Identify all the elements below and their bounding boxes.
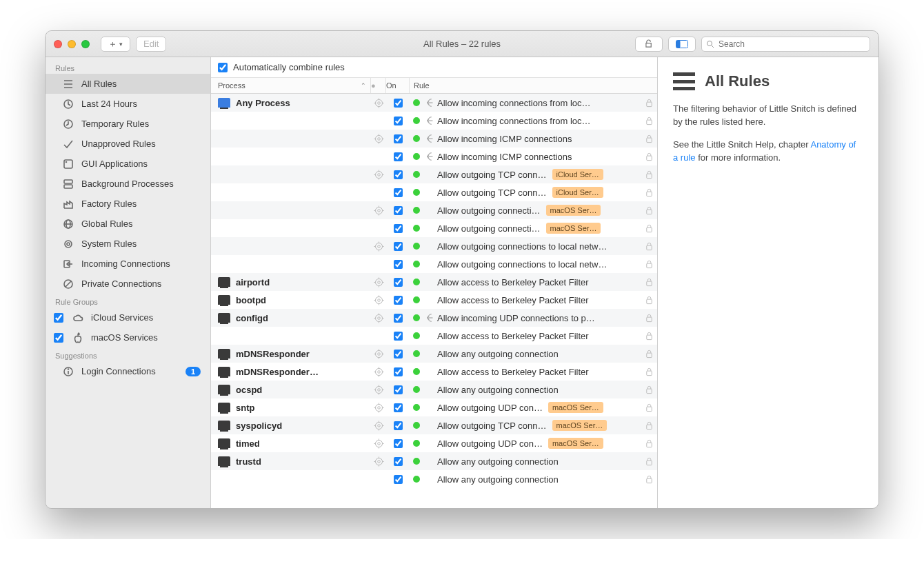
rule-row[interactable]: trustdAllow any outgoing connection	[211, 452, 657, 470]
sidebar-item-last-24-hours[interactable]: Last 24 Hours	[46, 94, 210, 114]
gear-cell[interactable]	[371, 367, 386, 377]
rule-enable-checkbox[interactable]	[394, 457, 403, 466]
sidebar-suggestion-login-connections[interactable]: Login Connections1	[46, 361, 210, 381]
rule-enable-checkbox[interactable]	[394, 367, 403, 376]
rule-row[interactable]: Allow incoming connections from loc…	[211, 112, 657, 130]
rule-tag: iCloud Ser…	[552, 169, 603, 180]
rule-enable-checkbox[interactable]	[394, 117, 403, 125]
sidebar-item-background-processes[interactable]: Background Processes	[46, 174, 210, 194]
rule-row[interactable]: ocspdAllow any outgoing connection	[211, 381, 657, 398]
rule-row[interactable]: Allow outgoing connections to local netw…	[211, 255, 657, 273]
group-checkbox[interactable]	[54, 333, 63, 343]
sidebar-item-unapproved-rules[interactable]: Unapproved Rules	[46, 134, 210, 154]
rule-enable-checkbox[interactable]	[394, 206, 403, 215]
table-header[interactable]: Process⌃ ● On Rule	[211, 78, 657, 94]
group-checkbox[interactable]	[54, 313, 63, 323]
rule-row[interactable]: sntpAllow outgoing UDP con…macOS Ser…	[211, 398, 657, 416]
gear-cell[interactable]	[371, 170, 386, 180]
rule-text: Allow outgoing connections to local netw…	[437, 259, 607, 270]
sidebar-item-all-rules[interactable]: All Rules	[46, 74, 210, 94]
column-on[interactable]: On	[386, 78, 410, 93]
rule-row[interactable]: airportdAllow access to Berkeley Packet …	[211, 273, 657, 291]
sidebar-item-incoming-connections[interactable]: Incoming Connections	[46, 254, 210, 274]
rule-enable-checkbox[interactable]	[394, 188, 403, 197]
rule-row[interactable]: Allow outgoing connections to local netw…	[211, 237, 657, 255]
gear-cell[interactable]	[371, 134, 386, 144]
gear-cell[interactable]	[371, 438, 386, 449]
gear-cell[interactable]	[371, 385, 386, 395]
column-rule[interactable]: Rule	[410, 81, 657, 90]
rule-row[interactable]: Allow outgoing TCP conn…iCloud Ser…	[211, 165, 657, 183]
rule-row[interactable]: timedAllow outgoing UDP con…macOS Ser…	[211, 434, 657, 452]
rule-tag: iCloud Ser…	[552, 187, 603, 198]
rule-row[interactable]: Allow incoming ICMP connections	[211, 130, 657, 148]
rule-enable-checkbox[interactable]	[394, 134, 403, 143]
lock-toggle-button[interactable]	[635, 37, 663, 52]
add-button[interactable]: ＋ ▾	[101, 37, 130, 52]
close-button[interactable]	[54, 40, 62, 48]
sidebar-item-factory-rules[interactable]: Factory Rules	[46, 194, 210, 214]
rule-enable-checkbox[interactable]	[394, 224, 403, 233]
combine-checkbox[interactable]	[218, 63, 228, 72]
rule-enable-checkbox[interactable]	[394, 152, 403, 161]
column-process[interactable]: Process	[218, 81, 245, 90]
search-input[interactable]	[719, 39, 865, 49]
list-icon	[62, 78, 74, 90]
rule-row[interactable]: mDNSResponder…Allow access to Berkeley P…	[211, 363, 657, 381]
rule-enable-checkbox[interactable]	[394, 242, 403, 251]
rule-row[interactable]: Any ProcessAllow incoming connections fr…	[211, 94, 657, 112]
gear-cell[interactable]	[371, 295, 386, 305]
info-title: All Rules	[705, 72, 770, 90]
sidebar-group-macos-services[interactable]: macOS Services	[46, 327, 210, 347]
sidebar-group-icloud-services[interactable]: iCloud Services	[46, 307, 210, 327]
rule-row[interactable]: syspolicydAllow outgoing TCP conn…macOS …	[211, 416, 657, 434]
gear-cell[interactable]	[371, 241, 386, 252]
rule-enable-checkbox[interactable]	[394, 99, 403, 108]
rule-enable-checkbox[interactable]	[394, 421, 403, 430]
gear-cell[interactable]	[371, 456, 386, 467]
sidebar-item-private-connections[interactable]: Private Connections	[46, 274, 210, 294]
sidebar-item-temporary-rules[interactable]: Temporary Rules	[46, 114, 210, 134]
rule-enable-checkbox[interactable]	[394, 332, 403, 341]
gear-cell[interactable]	[371, 403, 386, 413]
rule-enable-checkbox[interactable]	[394, 475, 403, 484]
sidebar: Rules All RulesLast 24 HoursTemporary Ru…	[46, 57, 211, 508]
rule-enable-checkbox[interactable]	[394, 314, 403, 323]
rule-row[interactable]: configdAllow incoming UDP connections to…	[211, 309, 657, 327]
lock-icon	[641, 242, 657, 251]
rule-enable-checkbox[interactable]	[394, 296, 403, 305]
rule-enable-checkbox[interactable]	[394, 385, 403, 394]
sidebar-item-gui-applications[interactable]: GUI Applications	[46, 154, 210, 174]
sidebar-section-groups: Rule Groups	[46, 294, 210, 307]
gear-cell[interactable]	[371, 421, 386, 431]
gear-cell[interactable]	[371, 205, 386, 216]
rule-enable-checkbox[interactable]	[394, 170, 403, 179]
rule-enable-checkbox[interactable]	[394, 350, 403, 358]
rule-enable-checkbox[interactable]	[394, 278, 403, 287]
rule-enable-checkbox[interactable]	[394, 260, 403, 269]
minimize-button[interactable]	[68, 40, 76, 48]
gear-cell[interactable]	[371, 277, 386, 287]
rule-enable-checkbox[interactable]	[394, 403, 403, 412]
search-field[interactable]	[701, 37, 870, 52]
rule-row[interactable]: Allow access to Berkeley Packet Filter	[211, 327, 657, 345]
edit-button[interactable]: Edit	[136, 37, 166, 52]
zoom-button[interactable]	[81, 40, 90, 48]
rule-row[interactable]: Allow outgoing connecti…macOS Ser…	[211, 201, 657, 219]
rule-row[interactable]: Allow incoming ICMP connections	[211, 148, 657, 165]
column-status[interactable]: ●	[371, 78, 386, 93]
rule-row[interactable]: Allow outgoing TCP conn…iCloud Ser…	[211, 183, 657, 201]
gear-cell[interactable]	[371, 349, 386, 359]
rule-row[interactable]: mDNSResponderAllow any outgoing connecti…	[211, 345, 657, 363]
gear-cell[interactable]	[371, 313, 386, 323]
rule-row[interactable]: bootpdAllow access to Berkeley Packet Fi…	[211, 291, 657, 309]
rule-row[interactable]: Allow outgoing connecti…macOS Ser…	[211, 219, 657, 237]
sidebar-item-global-rules[interactable]: Global Rules	[46, 214, 210, 234]
gear-cell[interactable]	[371, 98, 386, 108]
sidebar-toggle-button[interactable]	[668, 37, 696, 52]
rule-row[interactable]: Allow any outgoing connection	[211, 470, 657, 488]
rule-enable-checkbox[interactable]	[394, 439, 403, 448]
plus-icon: ＋	[108, 38, 117, 50]
sidebar-item-system-rules[interactable]: System Rules	[46, 234, 210, 254]
rules-list[interactable]: Any ProcessAllow incoming connections fr…	[211, 94, 657, 508]
